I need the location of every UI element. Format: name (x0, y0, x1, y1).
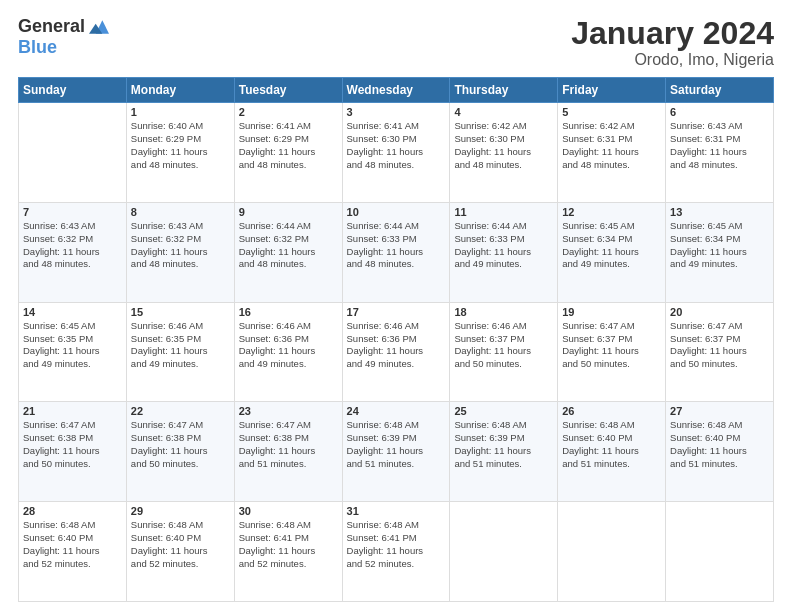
day-number: 17 (347, 306, 446, 318)
day-info: Sunrise: 6:48 AM Sunset: 6:41 PM Dayligh… (347, 519, 446, 570)
day-info: Sunrise: 6:46 AM Sunset: 6:36 PM Dayligh… (239, 320, 338, 371)
calendar-cell: 9Sunrise: 6:44 AM Sunset: 6:32 PM Daylig… (234, 202, 342, 302)
logo-blue: Blue (18, 37, 57, 58)
day-number: 1 (131, 106, 230, 118)
calendar-header-saturday: Saturday (666, 78, 774, 103)
calendar-cell: 23Sunrise: 6:47 AM Sunset: 6:38 PM Dayli… (234, 402, 342, 502)
calendar-cell: 8Sunrise: 6:43 AM Sunset: 6:32 PM Daylig… (126, 202, 234, 302)
calendar-cell: 30Sunrise: 6:48 AM Sunset: 6:41 PM Dayli… (234, 502, 342, 602)
logo-area: General Blue (18, 16, 109, 58)
calendar-cell: 20Sunrise: 6:47 AM Sunset: 6:37 PM Dayli… (666, 302, 774, 402)
day-number: 2 (239, 106, 338, 118)
calendar-cell: 22Sunrise: 6:47 AM Sunset: 6:38 PM Dayli… (126, 402, 234, 502)
calendar-cell: 16Sunrise: 6:46 AM Sunset: 6:36 PM Dayli… (234, 302, 342, 402)
day-number: 30 (239, 505, 338, 517)
day-number: 9 (239, 206, 338, 218)
day-number: 18 (454, 306, 553, 318)
calendar-header-wednesday: Wednesday (342, 78, 450, 103)
day-info: Sunrise: 6:46 AM Sunset: 6:37 PM Dayligh… (454, 320, 553, 371)
calendar-week-2: 7Sunrise: 6:43 AM Sunset: 6:32 PM Daylig… (19, 202, 774, 302)
calendar-cell: 25Sunrise: 6:48 AM Sunset: 6:39 PM Dayli… (450, 402, 558, 502)
day-number: 6 (670, 106, 769, 118)
sub-title: Orodo, Imo, Nigeria (571, 51, 774, 69)
day-info: Sunrise: 6:41 AM Sunset: 6:29 PM Dayligh… (239, 120, 338, 171)
calendar-cell: 1Sunrise: 6:40 AM Sunset: 6:29 PM Daylig… (126, 103, 234, 203)
day-number: 21 (23, 405, 122, 417)
day-info: Sunrise: 6:46 AM Sunset: 6:35 PM Dayligh… (131, 320, 230, 371)
day-number: 7 (23, 206, 122, 218)
day-number: 27 (670, 405, 769, 417)
calendar-cell (558, 502, 666, 602)
day-info: Sunrise: 6:47 AM Sunset: 6:37 PM Dayligh… (562, 320, 661, 371)
day-number: 23 (239, 405, 338, 417)
calendar-header-row: SundayMondayTuesdayWednesdayThursdayFrid… (19, 78, 774, 103)
header: General Blue January 2024 Orodo, Imo, Ni… (18, 16, 774, 69)
day-info: Sunrise: 6:47 AM Sunset: 6:38 PM Dayligh… (131, 419, 230, 470)
day-number: 16 (239, 306, 338, 318)
logo: General (18, 16, 109, 37)
calendar-cell (19, 103, 127, 203)
logo-general: General (18, 16, 85, 37)
day-info: Sunrise: 6:41 AM Sunset: 6:30 PM Dayligh… (347, 120, 446, 171)
day-info: Sunrise: 6:47 AM Sunset: 6:38 PM Dayligh… (239, 419, 338, 470)
day-info: Sunrise: 6:47 AM Sunset: 6:38 PM Dayligh… (23, 419, 122, 470)
main-title: January 2024 (571, 16, 774, 51)
calendar-header-tuesday: Tuesday (234, 78, 342, 103)
calendar-week-1: 1Sunrise: 6:40 AM Sunset: 6:29 PM Daylig… (19, 103, 774, 203)
day-number: 19 (562, 306, 661, 318)
day-number: 22 (131, 405, 230, 417)
day-info: Sunrise: 6:48 AM Sunset: 6:40 PM Dayligh… (562, 419, 661, 470)
calendar-cell: 4Sunrise: 6:42 AM Sunset: 6:30 PM Daylig… (450, 103, 558, 203)
day-info: Sunrise: 6:47 AM Sunset: 6:37 PM Dayligh… (670, 320, 769, 371)
day-info: Sunrise: 6:42 AM Sunset: 6:31 PM Dayligh… (562, 120, 661, 171)
day-number: 15 (131, 306, 230, 318)
day-number: 14 (23, 306, 122, 318)
day-number: 28 (23, 505, 122, 517)
day-info: Sunrise: 6:45 AM Sunset: 6:35 PM Dayligh… (23, 320, 122, 371)
day-info: Sunrise: 6:44 AM Sunset: 6:32 PM Dayligh… (239, 220, 338, 271)
day-info: Sunrise: 6:45 AM Sunset: 6:34 PM Dayligh… (670, 220, 769, 271)
calendar-header-thursday: Thursday (450, 78, 558, 103)
title-area: January 2024 Orodo, Imo, Nigeria (571, 16, 774, 69)
day-number: 13 (670, 206, 769, 218)
calendar-cell: 18Sunrise: 6:46 AM Sunset: 6:37 PM Dayli… (450, 302, 558, 402)
calendar-cell: 2Sunrise: 6:41 AM Sunset: 6:29 PM Daylig… (234, 103, 342, 203)
day-info: Sunrise: 6:43 AM Sunset: 6:32 PM Dayligh… (23, 220, 122, 271)
calendar-cell: 6Sunrise: 6:43 AM Sunset: 6:31 PM Daylig… (666, 103, 774, 203)
calendar-cell: 26Sunrise: 6:48 AM Sunset: 6:40 PM Dayli… (558, 402, 666, 502)
day-number: 12 (562, 206, 661, 218)
calendar-cell: 17Sunrise: 6:46 AM Sunset: 6:36 PM Dayli… (342, 302, 450, 402)
day-number: 10 (347, 206, 446, 218)
day-number: 20 (670, 306, 769, 318)
day-info: Sunrise: 6:43 AM Sunset: 6:32 PM Dayligh… (131, 220, 230, 271)
calendar-cell: 27Sunrise: 6:48 AM Sunset: 6:40 PM Dayli… (666, 402, 774, 502)
day-info: Sunrise: 6:46 AM Sunset: 6:36 PM Dayligh… (347, 320, 446, 371)
calendar-cell (666, 502, 774, 602)
page: General Blue January 2024 Orodo, Imo, Ni… (0, 0, 792, 612)
day-number: 26 (562, 405, 661, 417)
calendar-week-5: 28Sunrise: 6:48 AM Sunset: 6:40 PM Dayli… (19, 502, 774, 602)
day-number: 11 (454, 206, 553, 218)
day-number: 8 (131, 206, 230, 218)
calendar-cell: 11Sunrise: 6:44 AM Sunset: 6:33 PM Dayli… (450, 202, 558, 302)
day-info: Sunrise: 6:48 AM Sunset: 6:40 PM Dayligh… (23, 519, 122, 570)
calendar-cell: 5Sunrise: 6:42 AM Sunset: 6:31 PM Daylig… (558, 103, 666, 203)
day-number: 3 (347, 106, 446, 118)
day-info: Sunrise: 6:44 AM Sunset: 6:33 PM Dayligh… (347, 220, 446, 271)
calendar-cell: 29Sunrise: 6:48 AM Sunset: 6:40 PM Dayli… (126, 502, 234, 602)
day-info: Sunrise: 6:48 AM Sunset: 6:39 PM Dayligh… (454, 419, 553, 470)
calendar-cell: 19Sunrise: 6:47 AM Sunset: 6:37 PM Dayli… (558, 302, 666, 402)
day-info: Sunrise: 6:42 AM Sunset: 6:30 PM Dayligh… (454, 120, 553, 171)
day-number: 25 (454, 405, 553, 417)
day-info: Sunrise: 6:43 AM Sunset: 6:31 PM Dayligh… (670, 120, 769, 171)
day-number: 4 (454, 106, 553, 118)
calendar-week-4: 21Sunrise: 6:47 AM Sunset: 6:38 PM Dayli… (19, 402, 774, 502)
calendar-cell: 31Sunrise: 6:48 AM Sunset: 6:41 PM Dayli… (342, 502, 450, 602)
day-number: 24 (347, 405, 446, 417)
calendar-table: SundayMondayTuesdayWednesdayThursdayFrid… (18, 77, 774, 602)
day-info: Sunrise: 6:48 AM Sunset: 6:40 PM Dayligh… (131, 519, 230, 570)
calendar-header-friday: Friday (558, 78, 666, 103)
calendar-week-3: 14Sunrise: 6:45 AM Sunset: 6:35 PM Dayli… (19, 302, 774, 402)
calendar-cell: 14Sunrise: 6:45 AM Sunset: 6:35 PM Dayli… (19, 302, 127, 402)
calendar-cell: 10Sunrise: 6:44 AM Sunset: 6:33 PM Dayli… (342, 202, 450, 302)
